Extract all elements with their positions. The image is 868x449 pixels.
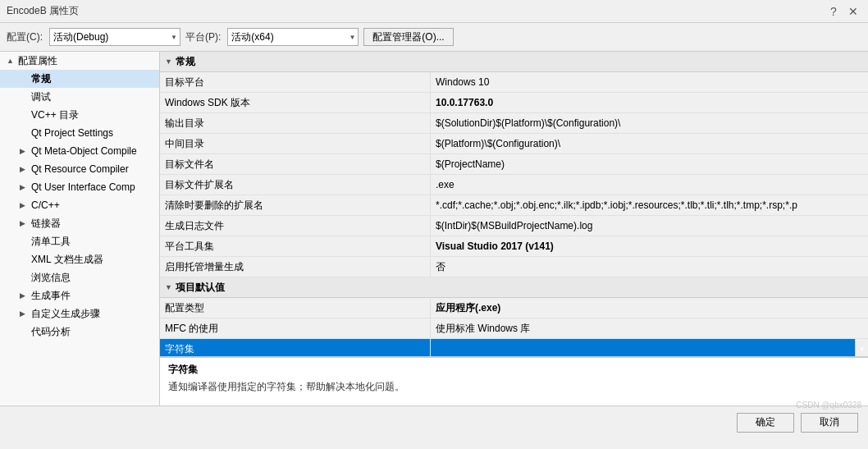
prop-row-1-2[interactable]: 字符集▼ (160, 339, 868, 356)
prop-row-0-9[interactable]: 启用托管增量生成否 (160, 257, 868, 277)
sidebar-item-debug[interactable]: 调试 (0, 88, 159, 106)
sidebar-item-linker[interactable]: ▶链接器 (0, 214, 159, 232)
prop-row-1-0[interactable]: 配置类型应用程序(.exe) (160, 298, 868, 318)
prop-name-0-1: Windows SDK 版本 (160, 93, 431, 112)
sidebar-label-c-cpp: C/C++ (31, 198, 60, 213)
section-header-project-defaults[interactable]: ▼项目默认值 (160, 277, 868, 298)
sidebar-label-debug: 调试 (31, 89, 51, 104)
prop-name-1-0: 配置类型 (160, 298, 431, 318)
sidebar-item-vc-dirs[interactable]: VC++ 目录 (0, 106, 159, 124)
sidebar-item-browse[interactable]: 浏览信息 (0, 268, 159, 286)
sidebar-label-manifest: 清单工具 (31, 234, 71, 249)
manage-config-button[interactable]: 配置管理器(O)... (363, 28, 453, 46)
prop-value-0-0: Windows 10 (431, 72, 868, 92)
sidebar-item-config-props[interactable]: ▲配置属性 (0, 52, 159, 70)
prop-row-0-1[interactable]: Windows SDK 版本10.0.17763.0 (160, 93, 868, 113)
section-arrow-project-defaults: ▼ (165, 279, 172, 296)
prop-name-1-2: 字符集 (160, 339, 431, 356)
window-title: EncodeB 属性页 (7, 4, 79, 18)
sidebar-item-xml-gen[interactable]: XML 文档生成器 (0, 250, 159, 268)
sidebar-arrow-qt-meta: ▶ (20, 144, 28, 158)
section-header-general[interactable]: ▼常规 (160, 52, 868, 72)
prop-value-0-4: $(ProjectName) (431, 154, 868, 174)
prop-value-0-5: .exe (431, 175, 868, 195)
section-title-general: 常规 (176, 53, 195, 70)
sidebar-label-qt-ui: Qt User Interface Comp (31, 180, 135, 195)
title-bar: EncodeB 属性页 ? ✕ (0, 0, 868, 23)
description-title: 字符集 (168, 363, 860, 377)
prop-row-0-6[interactable]: 清除时要删除的扩展名*.cdf;*.cache;*.obj;*.obj.enc;… (160, 195, 868, 216)
sidebar-label-qt-project: Qt Project Settings (31, 126, 113, 140)
prop-row-1-1[interactable]: MFC 的使用使用标准 Windows 库 (160, 318, 868, 339)
sidebar-item-build-events[interactable]: ▶生成事件 (0, 286, 159, 305)
section-arrow-general: ▼ (165, 53, 172, 70)
prop-value-1-1: 使用标准 Windows 库 (431, 318, 868, 338)
section-title-project-defaults: 项目默认值 (176, 279, 225, 296)
sidebar-label-build-events: 生成事件 (31, 288, 71, 303)
sidebar-label-xml-gen: XML 文档生成器 (31, 252, 103, 267)
sidebar-item-qt-meta[interactable]: ▶Qt Meta-Object Compile (0, 142, 159, 160)
prop-value-0-3: $(Platform)\$(Configuration)\ (431, 134, 868, 153)
title-bar-buttons: ? ✕ (825, 3, 861, 20)
close-button[interactable]: ✕ (845, 3, 861, 20)
ok-button[interactable]: 确定 (737, 413, 794, 433)
sidebar-label-vc-dirs: VC++ 目录 (31, 108, 79, 122)
platform-select[interactable]: 活动(x64) (227, 28, 359, 46)
prop-name-0-0: 目标平台 (160, 72, 431, 92)
prop-row-0-4[interactable]: 目标文件名$(ProjectName) (160, 154, 868, 175)
prop-value-1-2[interactable] (431, 339, 855, 356)
sidebar-item-qt-resource[interactable]: ▶Qt Resource Compiler (0, 160, 159, 178)
prop-row-0-2[interactable]: 输出目录$(SolutionDir)$(Platform)\$(Configur… (160, 113, 868, 134)
sidebar-label-qt-meta: Qt Meta-Object Compile (31, 144, 137, 158)
sidebar-item-qt-project[interactable]: Qt Project Settings (0, 124, 159, 142)
sidebar-item-qt-ui[interactable]: ▶Qt User Interface Comp (0, 178, 159, 196)
prop-name-0-4: 目标文件名 (160, 154, 431, 174)
sidebar-arrow-qt-ui: ▶ (20, 180, 28, 195)
platform-select-wrapper[interactable]: 活动(x64) (227, 28, 359, 46)
description-panel: 字符集 通知编译器使用指定的字符集；帮助解决本地化问题。 (160, 356, 868, 405)
sidebar-label-linker: 链接器 (31, 216, 61, 231)
sidebar-item-custom-build[interactable]: ▶自定义生成步骤 (0, 305, 159, 323)
prop-name-0-7: 生成日志文件 (160, 216, 431, 236)
sidebar-label-code-analysis: 代码分析 (31, 324, 71, 339)
sidebar-arrow-c-cpp: ▶ (20, 198, 28, 213)
prop-row-0-5[interactable]: 目标文件扩展名.exe (160, 175, 868, 195)
sidebar-label-qt-resource: Qt Resource Compiler (31, 162, 129, 176)
prop-value-0-7: $(IntDir)$(MSBuildProjectName).log (431, 216, 868, 236)
prop-value-0-1: 10.0.17763.0 (431, 93, 868, 112)
prop-row-0-7[interactable]: 生成日志文件$(IntDir)$(MSBuildProjectName).log (160, 216, 868, 236)
sidebar-arrow-linker: ▶ (20, 216, 28, 231)
prop-dropdown-container-1-2[interactable]: ▼ (431, 339, 868, 356)
config-label: 配置(C): (7, 30, 43, 44)
sidebar-label-config-props: 配置属性 (18, 53, 57, 68)
config-select[interactable]: 活动(Debug) (49, 28, 180, 46)
dropdown-arrow-btn-1-2[interactable]: ▼ (855, 339, 868, 356)
sidebar-label-custom-build: 自定义生成步骤 (31, 306, 100, 321)
sidebar-item-common[interactable]: 常规 (0, 70, 159, 88)
sidebar-arrow-custom-build: ▶ (20, 306, 28, 321)
sidebar-item-c-cpp[interactable]: ▶C/C++ (0, 196, 159, 214)
prop-value-0-6: *.cdf;*.cache;*.obj;*.obj.enc;*.ilk;*.ip… (431, 195, 868, 215)
prop-name-0-8: 平台工具集 (160, 236, 431, 256)
cancel-button[interactable]: 取消 (801, 413, 858, 433)
main-area: ▲配置属性常规调试VC++ 目录Qt Project Settings▶Qt M… (0, 52, 868, 405)
prop-value-1-0: 应用程序(.exe) (431, 298, 868, 318)
config-select-wrapper[interactable]: 活动(Debug) (49, 28, 180, 46)
prop-value-0-2: $(SolutionDir)$(Platform)\$(Configuratio… (431, 113, 868, 133)
prop-name-0-3: 中间目录 (160, 134, 431, 153)
prop-value-0-9: 否 (431, 257, 868, 277)
sidebar-item-manifest[interactable]: 清单工具 (0, 232, 159, 250)
sidebar-label-common: 常规 (31, 71, 51, 86)
prop-name-0-9: 启用托管增量生成 (160, 257, 431, 277)
prop-row-0-0[interactable]: 目标平台Windows 10 (160, 72, 868, 93)
sidebar-label-browse: 浏览信息 (31, 270, 71, 285)
sidebar: ▲配置属性常规调试VC++ 目录Qt Project Settings▶Qt M… (0, 52, 160, 405)
help-button[interactable]: ? (825, 3, 842, 20)
description-text: 通知编译器使用指定的字符集；帮助解决本地化问题。 (168, 380, 860, 394)
prop-row-0-3[interactable]: 中间目录$(Platform)\$(Configuration)\ (160, 134, 868, 154)
platform-label: 平台(P): (185, 30, 221, 44)
prop-name-1-1: MFC 的使用 (160, 318, 431, 338)
property-table: ▼常规目标平台Windows 10Windows SDK 版本10.0.1776… (160, 52, 868, 356)
prop-row-0-8[interactable]: 平台工具集Visual Studio 2017 (v141) (160, 236, 868, 257)
sidebar-item-code-analysis[interactable]: 代码分析 (0, 323, 159, 341)
